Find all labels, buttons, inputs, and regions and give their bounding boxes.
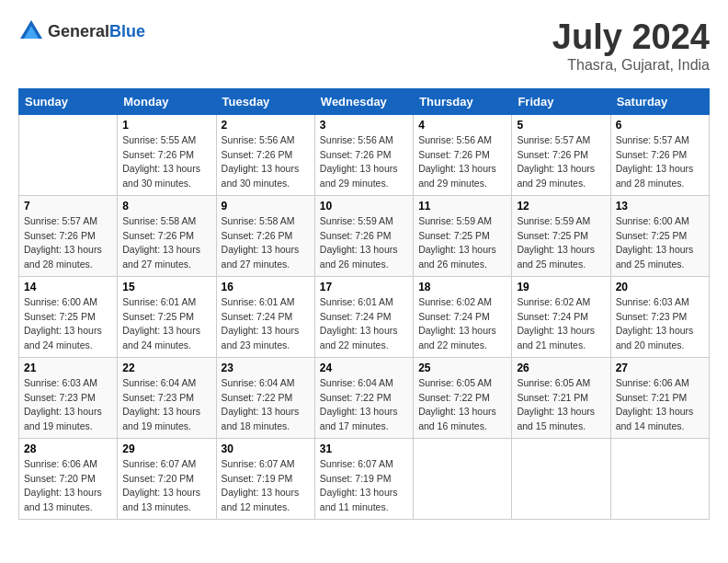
day-cell: 7Sunrise: 5:57 AMSunset: 7:26 PMDaylight… <box>19 195 118 276</box>
day-number: 22 <box>122 362 210 374</box>
day-cell <box>19 114 118 195</box>
day-cell: 30Sunrise: 6:07 AMSunset: 7:19 PMDayligh… <box>216 438 314 519</box>
day-cell: 5Sunrise: 5:57 AMSunset: 7:26 PMDaylight… <box>512 114 610 195</box>
day-info: Sunrise: 5:58 AMSunset: 7:26 PMDaylight:… <box>222 214 310 272</box>
day-number: 24 <box>320 362 408 374</box>
day-cell <box>414 438 512 519</box>
day-info: Sunrise: 5:56 AMSunset: 7:26 PMDaylight:… <box>222 133 310 191</box>
day-number: 12 <box>517 200 605 213</box>
day-number: 13 <box>616 200 704 213</box>
logo: GeneralBlue <box>18 18 145 44</box>
week-row-4: 28Sunrise: 6:06 AMSunset: 7:20 PMDayligh… <box>19 438 710 519</box>
calendar-table: Sunday Monday Tuesday Wednesday Thursday… <box>18 88 710 520</box>
day-info: Sunrise: 6:07 AMSunset: 7:20 PMDaylight:… <box>122 457 210 515</box>
col-saturday: Saturday <box>610 88 709 114</box>
day-number: 29 <box>122 442 210 455</box>
day-cell: 26Sunrise: 6:05 AMSunset: 7:21 PMDayligh… <box>512 357 610 438</box>
week-row-3: 21Sunrise: 6:03 AMSunset: 7:23 PMDayligh… <box>19 357 710 438</box>
day-info: Sunrise: 5:56 AMSunset: 7:26 PMDaylight:… <box>320 133 408 191</box>
day-info: Sunrise: 5:55 AMSunset: 7:26 PMDaylight:… <box>122 133 210 191</box>
day-number: 23 <box>222 362 310 374</box>
col-monday: Monday <box>118 88 216 114</box>
day-cell: 14Sunrise: 6:00 AMSunset: 7:25 PMDayligh… <box>19 276 118 357</box>
day-number: 1 <box>122 119 210 132</box>
day-cell: 23Sunrise: 6:04 AMSunset: 7:22 PMDayligh… <box>216 357 314 438</box>
day-cell: 25Sunrise: 6:05 AMSunset: 7:22 PMDayligh… <box>414 357 512 438</box>
day-info: Sunrise: 5:57 AMSunset: 7:26 PMDaylight:… <box>616 133 704 191</box>
day-info: Sunrise: 5:58 AMSunset: 7:26 PMDaylight:… <box>122 214 210 272</box>
calendar-body: 1Sunrise: 5:55 AMSunset: 7:26 PMDaylight… <box>19 114 710 519</box>
day-cell: 6Sunrise: 5:57 AMSunset: 7:26 PMDaylight… <box>610 114 709 195</box>
day-info: Sunrise: 6:05 AMSunset: 7:21 PMDaylight:… <box>517 376 605 434</box>
day-number: 9 <box>222 200 310 213</box>
day-info: Sunrise: 6:06 AMSunset: 7:20 PMDaylight:… <box>24 457 112 515</box>
day-cell <box>610 438 709 519</box>
day-number: 15 <box>122 281 210 293</box>
day-info: Sunrise: 6:04 AMSunset: 7:22 PMDaylight:… <box>222 376 310 434</box>
day-cell: 13Sunrise: 6:00 AMSunset: 7:25 PMDayligh… <box>610 195 709 276</box>
day-cell: 27Sunrise: 6:06 AMSunset: 7:21 PMDayligh… <box>610 357 709 438</box>
day-info: Sunrise: 5:57 AMSunset: 7:26 PMDaylight:… <box>517 133 605 191</box>
logo-icon <box>18 18 44 44</box>
week-row-2: 14Sunrise: 6:00 AMSunset: 7:25 PMDayligh… <box>19 276 710 357</box>
day-cell: 11Sunrise: 5:59 AMSunset: 7:25 PMDayligh… <box>414 195 512 276</box>
day-info: Sunrise: 5:59 AMSunset: 7:25 PMDaylight:… <box>418 214 506 272</box>
title-area: July 2024 Thasra, Gujarat, India <box>552 18 710 74</box>
day-number: 18 <box>418 281 506 293</box>
day-info: Sunrise: 6:03 AMSunset: 7:23 PMDaylight:… <box>24 376 112 434</box>
day-number: 16 <box>222 281 310 293</box>
day-cell: 1Sunrise: 5:55 AMSunset: 7:26 PMDaylight… <box>118 114 216 195</box>
day-info: Sunrise: 6:04 AMSunset: 7:23 PMDaylight:… <box>122 376 210 434</box>
logo-general: General <box>48 22 109 40</box>
day-number: 2 <box>222 119 310 132</box>
day-number: 31 <box>320 442 408 455</box>
day-cell: 22Sunrise: 6:04 AMSunset: 7:23 PMDayligh… <box>118 357 216 438</box>
day-number: 25 <box>418 362 506 374</box>
subtitle: Thasra, Gujarat, India <box>552 57 710 74</box>
day-cell: 17Sunrise: 6:01 AMSunset: 7:24 PMDayligh… <box>314 276 413 357</box>
day-info: Sunrise: 6:07 AMSunset: 7:19 PMDaylight:… <box>222 457 310 515</box>
day-info: Sunrise: 6:04 AMSunset: 7:22 PMDaylight:… <box>320 376 408 434</box>
week-row-0: 1Sunrise: 5:55 AMSunset: 7:26 PMDaylight… <box>19 114 710 195</box>
main-title: July 2024 <box>552 18 710 57</box>
logo-text: GeneralBlue <box>48 22 145 41</box>
calendar-header: Sunday Monday Tuesday Wednesday Thursday… <box>19 88 710 114</box>
day-cell: 19Sunrise: 6:02 AMSunset: 7:24 PMDayligh… <box>512 276 610 357</box>
day-number: 10 <box>320 200 408 213</box>
day-cell: 2Sunrise: 5:56 AMSunset: 7:26 PMDaylight… <box>216 114 314 195</box>
day-cell: 20Sunrise: 6:03 AMSunset: 7:23 PMDayligh… <box>610 276 709 357</box>
day-cell: 4Sunrise: 5:56 AMSunset: 7:26 PMDaylight… <box>414 114 512 195</box>
day-info: Sunrise: 6:01 AMSunset: 7:24 PMDaylight:… <box>222 295 310 353</box>
day-number: 17 <box>320 281 408 293</box>
day-cell: 29Sunrise: 6:07 AMSunset: 7:20 PMDayligh… <box>118 438 216 519</box>
day-cell: 10Sunrise: 5:59 AMSunset: 7:26 PMDayligh… <box>314 195 413 276</box>
day-number: 6 <box>616 119 704 132</box>
col-friday: Friday <box>512 88 610 114</box>
day-info: Sunrise: 6:07 AMSunset: 7:19 PMDaylight:… <box>320 457 408 515</box>
day-info: Sunrise: 6:01 AMSunset: 7:24 PMDaylight:… <box>320 295 408 353</box>
col-tuesday: Tuesday <box>216 88 314 114</box>
logo-blue: Blue <box>109 22 145 40</box>
day-number: 30 <box>222 442 310 455</box>
day-info: Sunrise: 6:00 AMSunset: 7:25 PMDaylight:… <box>616 214 704 272</box>
day-cell: 9Sunrise: 5:58 AMSunset: 7:26 PMDaylight… <box>216 195 314 276</box>
day-cell: 3Sunrise: 5:56 AMSunset: 7:26 PMDaylight… <box>314 114 413 195</box>
header: GeneralBlue July 2024 Thasra, Gujarat, I… <box>18 18 710 74</box>
day-cell: 18Sunrise: 6:02 AMSunset: 7:24 PMDayligh… <box>414 276 512 357</box>
day-info: Sunrise: 5:56 AMSunset: 7:26 PMDaylight:… <box>418 133 506 191</box>
header-row: Sunday Monday Tuesday Wednesday Thursday… <box>19 88 710 114</box>
day-number: 27 <box>616 362 704 374</box>
day-number: 4 <box>418 119 506 132</box>
day-info: Sunrise: 6:01 AMSunset: 7:25 PMDaylight:… <box>122 295 210 353</box>
day-number: 8 <box>122 200 210 213</box>
day-cell: 21Sunrise: 6:03 AMSunset: 7:23 PMDayligh… <box>19 357 118 438</box>
day-cell: 16Sunrise: 6:01 AMSunset: 7:24 PMDayligh… <box>216 276 314 357</box>
day-cell: 15Sunrise: 6:01 AMSunset: 7:25 PMDayligh… <box>118 276 216 357</box>
day-info: Sunrise: 5:59 AMSunset: 7:25 PMDaylight:… <box>517 214 605 272</box>
day-info: Sunrise: 6:06 AMSunset: 7:21 PMDaylight:… <box>616 376 704 434</box>
day-number: 3 <box>320 119 408 132</box>
day-number: 26 <box>517 362 605 374</box>
day-info: Sunrise: 6:02 AMSunset: 7:24 PMDaylight:… <box>418 295 506 353</box>
day-number: 14 <box>24 281 112 293</box>
day-cell: 8Sunrise: 5:58 AMSunset: 7:26 PMDaylight… <box>118 195 216 276</box>
